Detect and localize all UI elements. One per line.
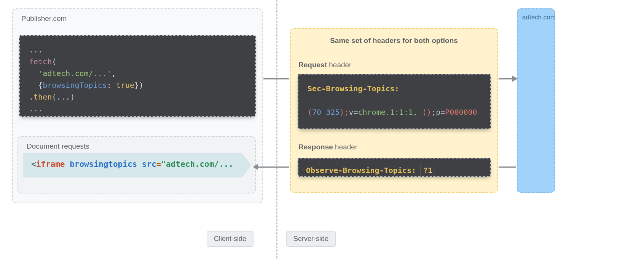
- diagram-canvas: Publisher.com ... fetch( 'adtech.com/...…: [0, 0, 644, 279]
- code-text: Sec-Browsing-Topics:: [308, 84, 399, 93]
- code-text: (): [422, 108, 431, 117]
- adtech-label: adtech.com: [522, 14, 556, 21]
- fetch-code-block: ... fetch( 'adtech.com/...', {browsingTo…: [19, 35, 256, 117]
- arrow-headers-to-adtech: [499, 78, 513, 79]
- client-server-divider: [276, 0, 277, 258]
- arrow-head-icon: [253, 164, 258, 170]
- iframe-code-snippet: <iframe browsingtopics src="adtech.com/.…: [23, 153, 251, 178]
- code-text: ,: [413, 108, 422, 117]
- code-text: 70: [312, 108, 321, 117]
- code-text: ,: [112, 69, 116, 78]
- code-text: chrome.1:1:1: [358, 108, 413, 117]
- arrow-adtech-to-headers: [499, 166, 516, 168]
- code-text: {: [38, 81, 43, 90]
- code-text: [65, 160, 70, 169]
- code-text: Observe-Browsing-Topics:: [306, 166, 416, 175]
- code-text: ...: [29, 45, 43, 54]
- adtech-panel: adtech.com: [517, 8, 555, 193]
- code-text: adtech.com/...: [166, 160, 233, 169]
- legend-client-side: Client-side: [207, 231, 253, 247]
- code-text: (...): [52, 92, 75, 101]
- observe-browsing-topics-block: Observe-Browsing-Topics: ?1: [298, 158, 491, 177]
- code-text: [321, 108, 326, 117]
- headers-title: Same set of headers for both options: [290, 36, 498, 45]
- sec-browsing-topics-block: Sec-Browsing-Topics: (70 325);v=chrome.1…: [298, 74, 491, 129]
- arrow-head-icon: [512, 76, 518, 82]
- code-text: src: [142, 160, 156, 169]
- response-header-label: Response header: [298, 143, 357, 151]
- code-text: ?1: [421, 164, 435, 177]
- code-text: P000000: [445, 108, 477, 117]
- code-text: iframe: [36, 160, 65, 169]
- label-text: header: [333, 143, 357, 151]
- code-text: browsingtopics: [70, 160, 137, 169]
- code-text: ": [161, 160, 166, 169]
- code-text: p=: [436, 108, 445, 117]
- request-header-label: Request header: [298, 61, 351, 69]
- code-text: );: [340, 108, 349, 117]
- code-text: :: [107, 81, 116, 90]
- code-text: (: [52, 57, 56, 66]
- code-text: [137, 160, 142, 169]
- document-requests-label: Document requests: [27, 142, 89, 151]
- code-text: 325: [326, 108, 340, 117]
- code-text: ;: [431, 108, 436, 117]
- code-text: =: [156, 160, 161, 169]
- code-text: then: [33, 92, 52, 101]
- arrow-headers-to-iframe: [257, 166, 289, 168]
- label-text: header: [327, 61, 351, 69]
- code-text: (: [308, 108, 312, 117]
- code-text: true: [116, 81, 134, 90]
- publisher-label: Publisher.com: [21, 14, 67, 23]
- label-text: Response: [298, 143, 333, 151]
- code-text: fetch: [29, 57, 52, 66]
- code-text: v=: [349, 108, 358, 117]
- code-text: 'adtech.com/...': [38, 69, 112, 78]
- code-text: ...: [29, 104, 43, 113]
- legend-server-side: Server-side: [286, 231, 336, 247]
- svg-marker-1: [632, 234, 644, 244]
- code-text: browsingTopics: [43, 81, 107, 90]
- code-text: .: [29, 92, 33, 101]
- arrow-fetch-to-headers: [263, 78, 289, 79]
- code-text: <: [31, 160, 36, 169]
- label-text: Request: [298, 61, 327, 69]
- code-text: }): [134, 81, 143, 90]
